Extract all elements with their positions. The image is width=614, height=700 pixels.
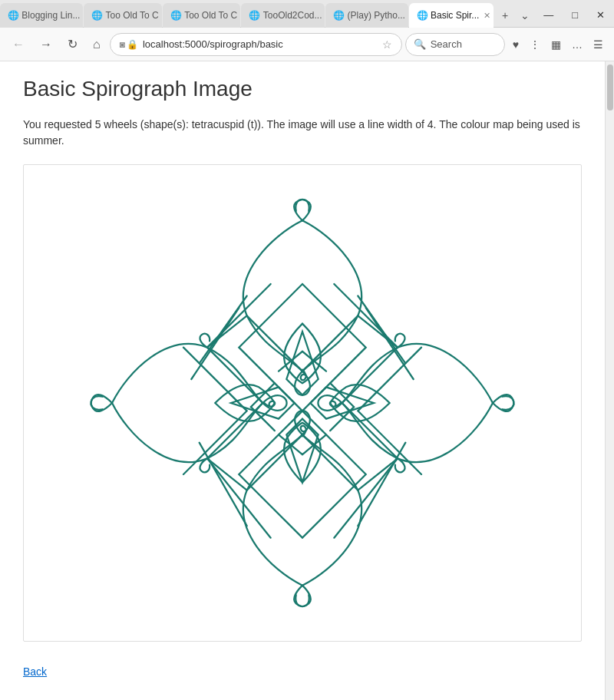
address-bar[interactable]: ◙ 🔒 localhost:5000/spirograph/basic ☆ bbox=[110, 33, 402, 56]
tab-label: (Play) Pytho... bbox=[348, 10, 405, 21]
sidebar-toggle-button[interactable]: ▦ bbox=[546, 35, 566, 54]
tab-blogging[interactable]: 🌐 Blogging Lin... bbox=[0, 3, 83, 28]
page-inner: Basic Spirograph Image You requested 5 w… bbox=[0, 61, 605, 700]
browser-body: Basic Spirograph Image You requested 5 w… bbox=[0, 61, 614, 700]
tab-tooold2cod[interactable]: 🌐 TooOld2Cod... bbox=[241, 3, 325, 28]
tab-close-button[interactable]: ✕ bbox=[484, 11, 490, 21]
reload-button[interactable]: ↻ bbox=[61, 34, 84, 54]
description-text: You requested 5 wheels (shape(s): tetrac… bbox=[23, 117, 582, 149]
url-text: localhost:5000/spirograph/basic bbox=[143, 38, 378, 50]
tab-label: Too Old To C bbox=[184, 10, 237, 21]
lock-icon: 🔒 bbox=[127, 39, 138, 50]
spirograph-image bbox=[64, 173, 540, 633]
back-link[interactable]: Back bbox=[23, 665, 47, 678]
toolbar-icons: ♥ ⋮ ▦ … ☰ bbox=[508, 35, 608, 54]
new-tab-button[interactable]: + bbox=[497, 8, 513, 23]
back-nav-button[interactable]: ← bbox=[6, 35, 31, 54]
tab-label: Blogging Lin... bbox=[21, 10, 80, 21]
search-icon: 🔍 bbox=[414, 38, 426, 50]
search-label: Search bbox=[431, 38, 462, 50]
scrollbar-track[interactable] bbox=[605, 61, 614, 700]
window-controls: — □ ✕ bbox=[534, 3, 614, 27]
maximize-button[interactable]: □ bbox=[563, 3, 587, 28]
home-button[interactable]: ⌂ bbox=[87, 35, 107, 54]
tab-favicon: 🌐 bbox=[170, 10, 182, 21]
tab-favicon: 🌐 bbox=[8, 10, 19, 21]
collections-button[interactable]: ⋮ bbox=[525, 35, 545, 54]
tab-favicon: 🌐 bbox=[333, 10, 345, 21]
forward-nav-button[interactable]: → bbox=[34, 35, 58, 54]
tab-tooold2[interactable]: 🌐 Too Old To C bbox=[163, 3, 241, 28]
favorites-button[interactable]: ♥ bbox=[508, 35, 523, 54]
tab-favicon: 🌐 bbox=[417, 10, 428, 21]
browser-window: 🌐 Blogging Lin... 🌐 Too Old To C 🌐 Too O… bbox=[0, 0, 614, 700]
menu-button[interactable]: ☰ bbox=[589, 35, 608, 54]
tab-basic-spiro[interactable]: 🌐 Basic Spir... ✕ bbox=[409, 3, 494, 28]
tab-label: TooOld2Cod... bbox=[263, 10, 322, 21]
tab-favicon: 🌐 bbox=[249, 10, 260, 21]
nav-bar: ← → ↻ ⌂ ◙ 🔒 localhost:5000/spirograph/ba… bbox=[0, 28, 614, 61]
tab-favicon: 🌐 bbox=[91, 10, 103, 21]
title-bar: 🌐 Blogging Lin... 🌐 Too Old To C 🌐 Too O… bbox=[0, 0, 614, 28]
minimize-button[interactable]: — bbox=[534, 3, 563, 28]
tab-actions: + ⌄ bbox=[497, 3, 534, 27]
scrollbar-thumb[interactable] bbox=[607, 64, 613, 111]
search-bar[interactable]: 🔍 Search bbox=[405, 33, 505, 56]
spirograph-container bbox=[23, 164, 582, 642]
shield-icon: ◙ bbox=[120, 39, 125, 50]
page-title: Basic Spirograph Image bbox=[23, 77, 582, 101]
tab-tooold1[interactable]: 🌐 Too Old To C bbox=[84, 3, 162, 28]
tab-list-button[interactable]: ⌄ bbox=[516, 8, 534, 23]
bookmark-icon[interactable]: ☆ bbox=[382, 38, 392, 51]
svg-rect-0 bbox=[64, 173, 540, 632]
tab-label: Too Old To C bbox=[105, 10, 158, 21]
address-icons: ◙ 🔒 bbox=[120, 39, 138, 50]
page-content: Basic Spirograph Image You requested 5 w… bbox=[0, 61, 605, 700]
tab-label: Basic Spir... bbox=[431, 10, 479, 21]
tab-play-python[interactable]: 🌐 (Play) Pytho... bbox=[325, 3, 408, 28]
close-button[interactable]: ✕ bbox=[587, 3, 614, 28]
more-tools-button[interactable]: … bbox=[567, 35, 587, 54]
